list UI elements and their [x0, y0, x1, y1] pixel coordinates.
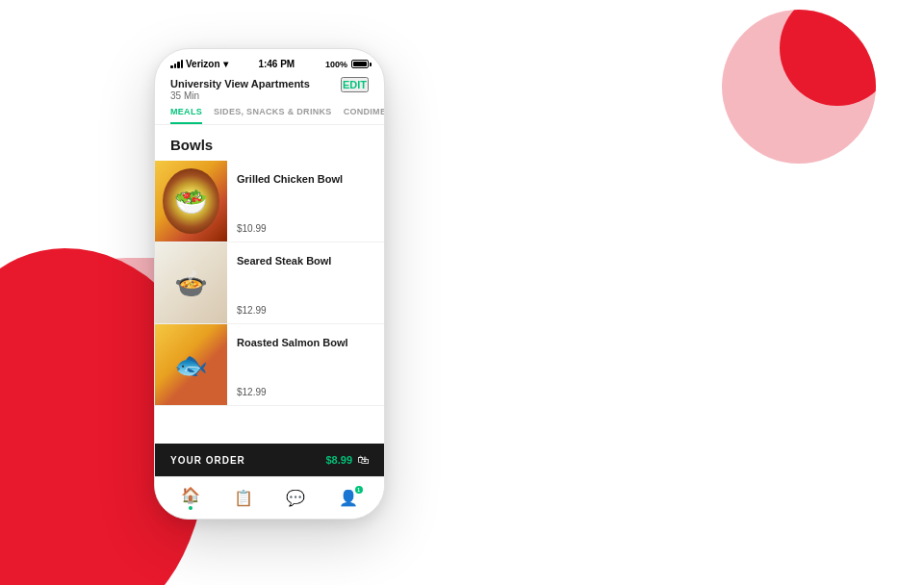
- address-bar: University View Apartments 35 Min EDIT: [155, 73, 384, 107]
- order-price: $8.99: [325, 454, 352, 466]
- battery-icon: [351, 60, 369, 68]
- item-name-salmon: Roasted Salmon Bowl: [237, 336, 374, 349]
- nav-home[interactable]: 🏠: [165, 486, 218, 510]
- food-photo-salmon: [155, 324, 227, 405]
- nav-profile[interactable]: 👤 1: [322, 489, 375, 507]
- order-price-wrap: $8.99 🛍: [325, 453, 369, 467]
- status-bar: Verizon ▾ 1:46 PM 100%: [155, 49, 384, 73]
- status-time: 1:46 PM: [258, 59, 295, 69]
- nav-active-dot: [189, 506, 192, 510]
- phone-screen: Verizon ▾ 1:46 PM 100% University View A…: [154, 48, 385, 520]
- item-info-salmon: Roasted Salmon Bowl $12.99: [227, 324, 384, 405]
- food-photo-grilled: [155, 161, 227, 242]
- item-image-steak: [155, 242, 227, 323]
- nav-orders[interactable]: 📋: [218, 489, 270, 507]
- order-label: YOUR ORDER: [170, 455, 245, 466]
- orders-icon: 📋: [234, 489, 253, 507]
- home-icon: 🏠: [181, 486, 200, 504]
- food-photo-steak: [155, 242, 227, 323]
- tab-meals[interactable]: MEALS: [170, 107, 202, 124]
- profile-badge-wrap: 👤 1: [339, 489, 358, 507]
- battery-percent: 100%: [325, 60, 347, 69]
- profile-icon: 👤: [339, 490, 358, 506]
- category-tabs: MEALS SIDES, SNACKS & DRINKS CONDIMEN…: [155, 107, 384, 125]
- item-info-grilled: Grilled Chicken Bowl $10.99: [227, 161, 384, 242]
- item-name-steak: Seared Steak Bowl: [237, 254, 374, 267]
- item-info-steak: Seared Steak Bowl $12.99: [227, 242, 384, 323]
- chat-icon: 💬: [286, 489, 305, 507]
- address-name: University View Apartments: [170, 77, 310, 90]
- item-name-grilled: Grilled Chicken Bowl: [237, 172, 374, 186]
- address-info: University View Apartments 35 Min: [170, 77, 310, 101]
- carrier-label: Verizon: [186, 59, 220, 69]
- nav-chat[interactable]: 💬: [270, 489, 322, 507]
- phone-mockup: Verizon ▾ 1:46 PM 100% University View A…: [154, 48, 385, 520]
- bottom-nav: 🏠 📋 💬 👤 1: [155, 476, 384, 519]
- tab-condiments[interactable]: CONDIMEN…: [344, 107, 385, 124]
- wifi-icon: ▾: [223, 59, 228, 69]
- bg-circle-shape: [722, 10, 876, 164]
- bag-icon: 🛍: [357, 453, 369, 467]
- item-price-salmon: $12.99: [237, 387, 374, 397]
- item-price-grilled: $10.99: [237, 223, 374, 234]
- section-title: Bowls: [155, 125, 384, 161]
- address-time: 35 Min: [170, 90, 310, 101]
- menu-item-roasted-salmon[interactable]: Roasted Salmon Bowl $12.99: [155, 324, 384, 406]
- edit-button[interactable]: EDIT: [341, 77, 369, 92]
- menu-item-grilled-chicken[interactable]: Grilled Chicken Bowl $10.99: [155, 161, 384, 242]
- item-price-steak: $12.99: [237, 305, 374, 316]
- item-image-salmon: [155, 324, 227, 405]
- signal-icon: [170, 60, 183, 68]
- menu-item-seared-steak[interactable]: Seared Steak Bowl $12.99: [155, 242, 384, 324]
- battery-fill: [353, 62, 367, 66]
- battery-section: 100%: [325, 60, 369, 69]
- tab-sides[interactable]: SIDES, SNACKS & DRINKS: [214, 107, 332, 124]
- order-bar[interactable]: YOUR ORDER $8.99 🛍: [155, 444, 384, 476]
- item-image-grilled: [155, 161, 227, 242]
- profile-badge: 1: [355, 486, 363, 494]
- status-left: Verizon ▾: [170, 59, 228, 69]
